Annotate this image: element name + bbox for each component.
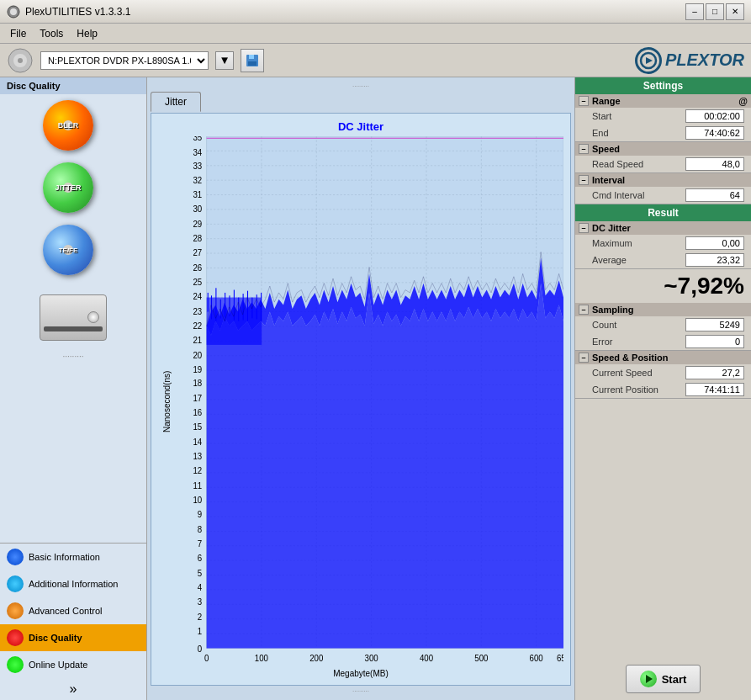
bler-button[interactable]: BLER xyxy=(19,101,128,160)
sidebar-item-additional-information[interactable]: Additional Information xyxy=(0,570,146,597)
sampling-section: – Sampling Count 5249 Error 0 xyxy=(575,303,751,351)
maximize-button[interactable]: □ xyxy=(706,3,724,20)
expand-arrow-button[interactable]: » xyxy=(0,678,146,700)
current-speed-label: Current Speed xyxy=(592,368,685,378)
save-button[interactable] xyxy=(241,49,264,72)
menu-file[interactable]: File xyxy=(3,26,33,41)
chart-title: DC Jitter xyxy=(158,120,563,133)
dotted-separator: ········· xyxy=(62,350,83,363)
dc-jitter-collapse-button[interactable]: – xyxy=(579,223,589,233)
minimize-button[interactable]: – xyxy=(685,3,704,20)
range-label: Range xyxy=(592,96,621,106)
svg-text:26: 26 xyxy=(193,263,202,273)
menu-help[interactable]: Help xyxy=(70,26,104,41)
interval-section-header: – Interval xyxy=(575,173,751,187)
dc-jitter-average-value: 23,32 xyxy=(685,253,744,267)
dc-jitter-maximum-value: 0,00 xyxy=(685,236,744,250)
plextor-circle-icon xyxy=(635,47,662,74)
close-button[interactable]: ✕ xyxy=(726,3,744,20)
dc-jitter-average-label: Average xyxy=(592,255,685,265)
jitter-chart-svg: 35 34 33 32 31 30 29 28 27 26 25 24 23 2… xyxy=(175,136,563,667)
svg-text:35: 35 xyxy=(193,136,202,142)
sidebar-item-disc-quality[interactable]: Disc Quality xyxy=(0,624,146,651)
tefe-button[interactable]: TE/FE xyxy=(19,225,128,284)
disc-quality-icon xyxy=(7,629,24,646)
basic-information-icon xyxy=(7,549,24,565)
svg-text:400: 400 xyxy=(420,654,434,663)
title-bar: PlexUTILITIES v1.3.3.1 – □ ✕ xyxy=(0,0,751,24)
drive-dropdown-button[interactable]: ▼ xyxy=(215,51,234,70)
range-end-label: End xyxy=(592,128,685,138)
current-speed-value: 27,2 xyxy=(685,366,744,379)
interval-cmd-row: Cmd Interval 64 xyxy=(575,187,751,204)
svg-text:600: 600 xyxy=(530,654,544,663)
speed-position-label: Speed & Position xyxy=(592,353,668,363)
svg-text:32: 32 xyxy=(193,176,202,185)
drive-slot xyxy=(44,326,103,331)
speed-section-header: – Speed xyxy=(575,142,751,156)
advanced-control-icon xyxy=(7,602,24,619)
sidebar-item-basic-information[interactable]: Basic Information xyxy=(0,544,146,570)
drive-button[interactable] xyxy=(19,288,128,347)
online-update-icon xyxy=(7,656,24,673)
speed-collapse-button[interactable]: – xyxy=(579,144,589,154)
svg-text:33: 33 xyxy=(193,162,202,171)
svg-rect-7 xyxy=(248,61,257,66)
dc-jitter-section: – DC Jitter Maximum 0,00 Average 23,32 xyxy=(575,221,751,269)
sidebar-item-online-update[interactable]: Online Update xyxy=(0,651,146,678)
svg-text:27: 27 xyxy=(193,248,202,257)
tefe-disc-icon: TE/FE xyxy=(43,225,103,285)
speed-section: – Speed Read Speed 48,0 xyxy=(575,142,751,173)
speed-position-collapse-button[interactable]: – xyxy=(579,353,589,363)
range-at-icon: @ xyxy=(738,96,748,106)
y-axis-label: Nanosecond(ns) xyxy=(158,136,175,667)
dc-jitter-max-row: Maximum 0,00 xyxy=(575,235,751,252)
tab-bar: Jitter xyxy=(151,92,571,111)
svg-text:300: 300 xyxy=(365,654,379,663)
scroll-dots-bottom: ········· xyxy=(151,686,571,697)
range-collapse-button[interactable]: – xyxy=(579,96,589,106)
sampling-collapse-button[interactable]: – xyxy=(579,305,589,315)
title-bar-left: PlexUTILITIES v1.3.3.1 xyxy=(7,5,130,19)
svg-text:2: 2 xyxy=(198,612,202,621)
svg-point-4 xyxy=(18,58,23,63)
result-header: Result xyxy=(575,204,751,221)
interval-section: – Interval Cmd Interval 64 xyxy=(575,173,751,204)
range-end-row: End 74:40:62 xyxy=(575,125,751,141)
sidebar-item-advanced-control[interactable]: Advanced Control xyxy=(0,597,146,624)
svg-text:656: 656 xyxy=(557,654,563,663)
basic-information-label: Basic Information xyxy=(29,552,100,562)
drive-eject-icon xyxy=(87,311,99,323)
online-update-label: Online Update xyxy=(29,660,87,670)
svg-text:31: 31 xyxy=(193,190,202,199)
sampling-error-label: Error xyxy=(592,337,685,347)
drive-select[interactable]: N:PLEXTOR DVDR PX-L890SA 1.07 xyxy=(40,51,209,70)
svg-text:28: 28 xyxy=(193,234,202,243)
speed-position-section-header: – Speed & Position xyxy=(575,351,751,364)
menu-tools[interactable]: Tools xyxy=(33,26,70,41)
current-position-row: Current Position 74:41:11 xyxy=(575,381,751,398)
svg-text:25: 25 xyxy=(193,278,202,287)
range-section-header: – Range @ xyxy=(575,94,751,108)
svg-text:500: 500 xyxy=(474,654,489,663)
start-button-label: Start xyxy=(662,673,687,686)
speed-position-section: – Speed & Position Current Speed 27,2 Cu… xyxy=(575,351,751,399)
dc-jitter-label: DC Jitter xyxy=(592,223,631,233)
svg-text:18: 18 xyxy=(193,379,202,388)
sampling-count-value: 5249 xyxy=(685,318,744,331)
cmd-interval-value: 64 xyxy=(685,188,744,202)
svg-text:3: 3 xyxy=(198,597,203,606)
interval-collapse-button[interactable]: – xyxy=(579,175,589,185)
title-text: PlexUTILITIES v1.3.3.1 xyxy=(25,6,130,18)
tab-jitter[interactable]: Jitter xyxy=(151,92,201,112)
interval-label: Interval xyxy=(592,175,625,185)
svg-text:21: 21 xyxy=(193,335,202,344)
svg-text:100: 100 xyxy=(255,654,269,663)
sampling-error-value: 0 xyxy=(685,335,744,348)
read-speed-label: Read Speed xyxy=(592,159,685,169)
start-button[interactable]: Start xyxy=(626,665,701,693)
jitter-button[interactable]: JITTER xyxy=(19,163,128,222)
cmd-interval-label: Cmd Interval xyxy=(592,190,685,200)
save-icon xyxy=(245,53,260,68)
svg-text:29: 29 xyxy=(193,220,202,229)
